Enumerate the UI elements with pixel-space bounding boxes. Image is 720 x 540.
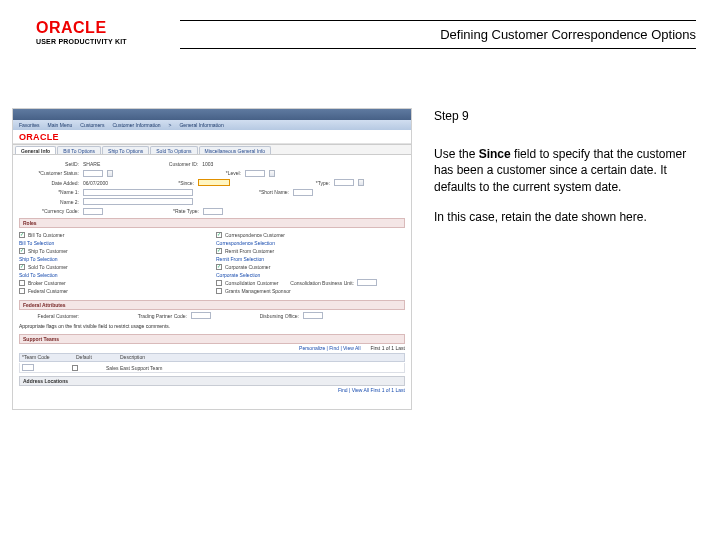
- note-text: Appropriate flags on the first visible f…: [19, 321, 405, 331]
- chk-federal[interactable]: [19, 288, 25, 294]
- crumb-0[interactable]: Favorites: [19, 122, 40, 128]
- app-titlebar: [13, 109, 411, 120]
- chk-sold-to[interactable]: [19, 264, 25, 270]
- currency-label: *Currency Code:: [19, 208, 79, 214]
- oracle-logo-block: ORACLE USER PRODUCTIVITY KIT: [36, 20, 127, 45]
- chk-broker[interactable]: [19, 280, 25, 286]
- since-label: *Since:: [134, 180, 194, 186]
- chk-corp[interactable]: [216, 264, 222, 270]
- crumb-4[interactable]: General Information: [179, 122, 223, 128]
- link-sold-to-sel[interactable]: Sold To Selection: [19, 272, 58, 278]
- app-oracle-logo: ORACLE: [19, 132, 59, 142]
- instruction-panel: Step 9 Use the Since field to specify th…: [434, 108, 696, 239]
- fed-cust-label: Federal Customer:: [19, 313, 79, 319]
- page-title-bar: Defining Customer Correspondence Options: [180, 20, 696, 49]
- upk-subtitle: USER PRODUCTIVITY KIT: [36, 38, 127, 45]
- app-tabbar: General Info Bill To Options Ship To Opt…: [13, 144, 411, 155]
- date-added-value: 06/07/2000: [83, 180, 108, 186]
- status-label: *Customer Status:: [19, 170, 79, 176]
- app-logo-row: ORACLE: [13, 130, 411, 144]
- tab-bill-to[interactable]: Bill To Options: [57, 146, 101, 154]
- row-description: Sales East Support Team: [106, 365, 162, 371]
- type-label: *Type:: [270, 180, 330, 186]
- support-personalize[interactable]: Personalize | Find | View All: [299, 345, 360, 351]
- date-added-label: Date Added:: [19, 180, 79, 186]
- team-code-field[interactable]: [22, 364, 34, 371]
- support-pager[interactable]: First 1 of 1 Last: [371, 345, 405, 351]
- chk-remit[interactable]: [216, 248, 222, 254]
- tpc-label: Trading Partner Code:: [127, 313, 187, 319]
- crumb-3[interactable]: Customer Information: [112, 122, 160, 128]
- link-ship-to-sel[interactable]: Ship To Selection: [19, 256, 58, 262]
- tab-general-info[interactable]: General Info: [15, 146, 56, 154]
- address-header: Address Locations: [19, 376, 405, 386]
- page-title: Defining Customer Correspondence Options: [440, 27, 696, 42]
- since-field[interactable]: [198, 179, 230, 186]
- app-breadcrumb: Favorites Main Menu Customers Customer I…: [13, 120, 411, 130]
- status-field[interactable]: [83, 170, 103, 177]
- link-corr-sel[interactable]: Correspondence Selection: [216, 240, 275, 246]
- customer-id-label: Customer ID:: [138, 161, 198, 167]
- link-corp-sel[interactable]: Corporate Selection: [216, 272, 260, 278]
- customer-id-value: 1003: [202, 161, 213, 167]
- rate-type-label: *Rate Type:: [139, 208, 199, 214]
- roles-header: Roles: [19, 218, 405, 228]
- chk-bill-to[interactable]: [19, 232, 25, 238]
- app-screenshot: Favorites Main Menu Customers Customer I…: [12, 108, 412, 410]
- col-default: Default: [76, 354, 116, 360]
- name1-field[interactable]: [83, 189, 193, 196]
- link-bill-to-sel[interactable]: Bill To Selection: [19, 240, 54, 246]
- level-label: *Level:: [181, 170, 241, 176]
- chk-consol[interactable]: [216, 280, 222, 286]
- setid-label: SetID:: [19, 161, 79, 167]
- setid-value: SHARE: [83, 161, 100, 167]
- consol-bu-label: Consolidation Business Unit:: [290, 280, 354, 286]
- crumb-1[interactable]: Main Menu: [48, 122, 73, 128]
- tab-misc[interactable]: Miscellaneous General Info: [199, 146, 272, 154]
- federal-header: Federal Attributes: [19, 300, 405, 310]
- instruction-p2: In this case, retain the date shown here…: [434, 209, 696, 225]
- instruction-p1: Use the Since field to specify that the …: [434, 146, 696, 195]
- name1-label: *Name 1:: [19, 189, 79, 195]
- col-team-code: *Team Code: [22, 354, 72, 360]
- chk-grants[interactable]: [216, 288, 222, 294]
- name2-label: Name 2:: [19, 199, 79, 205]
- chk-corr[interactable]: [216, 232, 222, 238]
- crumb-2[interactable]: Customers: [80, 122, 104, 128]
- level-dropdown-icon[interactable]: [269, 170, 275, 177]
- tab-sold-to[interactable]: Sold To Options: [150, 146, 197, 154]
- type-field[interactable]: [334, 179, 354, 186]
- col-description: Description: [120, 354, 145, 360]
- short-name-field[interactable]: [293, 189, 313, 196]
- consol-bu-field[interactable]: [357, 279, 377, 286]
- default-chk[interactable]: [72, 365, 78, 371]
- tpc-field[interactable]: [191, 312, 211, 319]
- type-dropdown-icon[interactable]: [358, 179, 364, 186]
- short-name-label: *Short Name:: [229, 189, 289, 195]
- status-dropdown-icon[interactable]: [107, 170, 113, 177]
- tab-ship-to[interactable]: Ship To Options: [102, 146, 149, 154]
- step-label: Step 9: [434, 108, 696, 124]
- support-header: Support Teams: [19, 334, 405, 344]
- rate-type-field[interactable]: [203, 208, 223, 215]
- address-pager[interactable]: Find | View All First 1 of 1 Last: [338, 387, 405, 393]
- do-field[interactable]: [303, 312, 323, 319]
- oracle-logo: ORACLE: [36, 20, 127, 36]
- level-field[interactable]: [245, 170, 265, 177]
- currency-field[interactable]: [83, 208, 103, 215]
- name2-field[interactable]: [83, 198, 193, 205]
- federal-cust-label: Federal Customer: [28, 288, 68, 294]
- do-label: Disbursing Office:: [239, 313, 299, 319]
- chk-ship-to[interactable]: [19, 248, 25, 254]
- grants-label: Grants Management Sponsor: [225, 288, 291, 294]
- link-remit-sel[interactable]: Remit From Selection: [216, 256, 264, 262]
